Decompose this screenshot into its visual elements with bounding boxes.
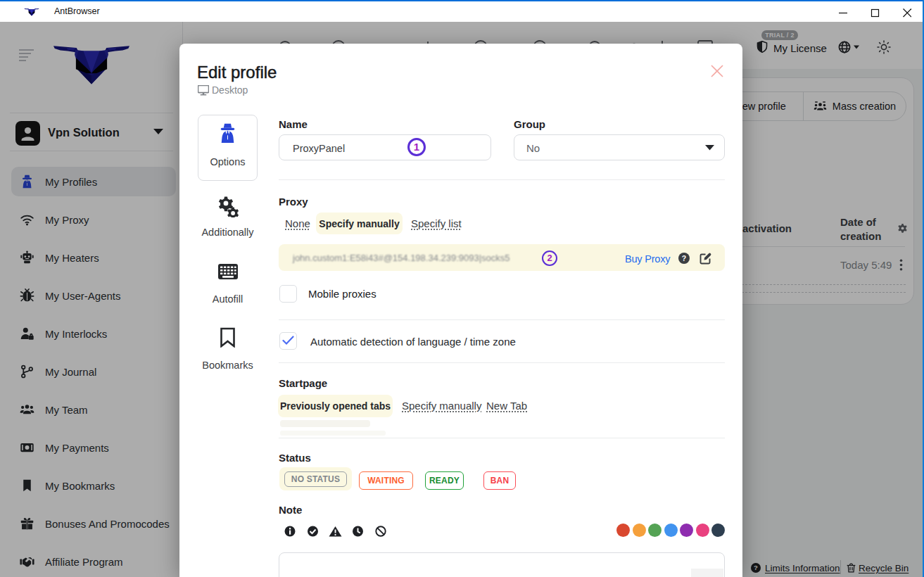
- svg-text:?: ?: [682, 254, 686, 262]
